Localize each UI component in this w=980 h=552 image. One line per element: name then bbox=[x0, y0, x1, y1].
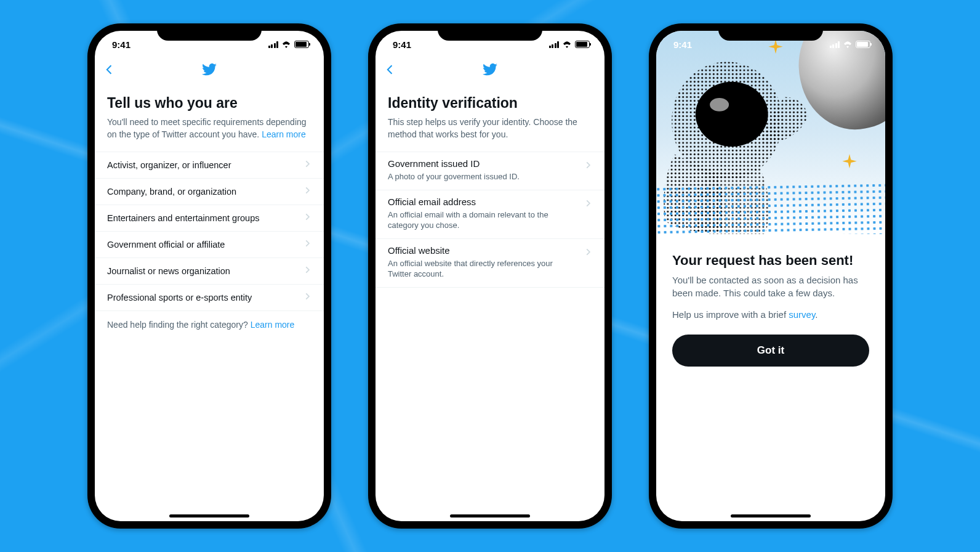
learn-more-link[interactable]: Learn more bbox=[262, 129, 306, 139]
category-item-sports[interactable]: Professional sports or e-sports entity bbox=[95, 285, 324, 311]
sparkle-icon bbox=[841, 154, 858, 174]
category-label: Journalist or news organization bbox=[107, 266, 230, 276]
notch bbox=[718, 23, 823, 41]
battery-icon bbox=[856, 41, 870, 48]
hero-illustration: 9:41 bbox=[656, 31, 885, 234]
method-desc: A photo of your goverment issued ID. bbox=[388, 171, 592, 182]
chevron-right-icon bbox=[303, 186, 311, 197]
help-row: Need help finding the right category? Le… bbox=[107, 311, 311, 338]
category-list: Activist, organizer, or influencer Compa… bbox=[95, 152, 324, 311]
method-desc: An official email with a domain relevant… bbox=[388, 209, 592, 231]
page-title: Tell us who you are bbox=[107, 95, 311, 112]
category-label: Government official or affiliate bbox=[107, 240, 225, 250]
home-indicator[interactable] bbox=[731, 514, 811, 518]
content-area: Tell us who you are You'll need to meet … bbox=[95, 84, 324, 521]
page-title: Your request has been sent! bbox=[672, 253, 869, 269]
page-title: Identity verification bbox=[388, 95, 592, 112]
phone-frame-3: 9:41 bbox=[649, 23, 893, 529]
category-item-government[interactable]: Government official or affiliate bbox=[95, 232, 324, 258]
battery-icon bbox=[294, 41, 309, 48]
page-subtitle: You'll need to meet specific requirement… bbox=[107, 116, 311, 140]
verification-method-list: Government issued ID A photo of your gov… bbox=[376, 152, 604, 288]
svg-point-2 bbox=[696, 82, 768, 147]
status-indicators bbox=[268, 39, 310, 50]
screen-1: 9:41 Tell us who you are You'll need to … bbox=[95, 31, 324, 521]
nav-header bbox=[95, 58, 324, 84]
battery-icon bbox=[575, 41, 590, 48]
method-government-id[interactable]: Government issued ID A photo of your gov… bbox=[376, 152, 604, 190]
back-button[interactable] bbox=[384, 63, 396, 78]
page-subtitle: This step helps us verify your identity.… bbox=[388, 116, 592, 140]
chevron-right-icon bbox=[584, 161, 592, 172]
category-label: Company, brand, or organization bbox=[107, 187, 236, 197]
svg-point-3 bbox=[710, 98, 729, 112]
chevron-right-icon bbox=[303, 160, 311, 171]
got-it-button[interactable]: Got it bbox=[672, 335, 869, 367]
back-button[interactable] bbox=[103, 63, 116, 78]
nav-header bbox=[376, 58, 604, 84]
status-time: 9:41 bbox=[112, 39, 131, 50]
cellular-signal-icon bbox=[549, 41, 560, 48]
cellular-signal-icon bbox=[830, 41, 840, 48]
cellular-signal-icon bbox=[268, 41, 279, 48]
halftone-border bbox=[656, 182, 885, 234]
status-indicators bbox=[830, 39, 871, 50]
survey-link[interactable]: survey bbox=[789, 309, 815, 320]
chevron-right-icon bbox=[303, 292, 311, 303]
status-time: 9:41 bbox=[673, 39, 692, 50]
home-indicator[interactable] bbox=[169, 514, 249, 518]
category-label: Entertainers and entertainment groups bbox=[107, 213, 259, 223]
category-item-activist[interactable]: Activist, organizer, or influencer bbox=[95, 152, 324, 179]
category-item-entertainers[interactable]: Entertainers and entertainment groups bbox=[95, 205, 324, 232]
page-subtitle: You'll be contacted as soon as a decisio… bbox=[672, 274, 869, 299]
phone-frame-2: 9:41 Identity verification This step hel… bbox=[368, 23, 612, 529]
chevron-right-icon bbox=[584, 199, 592, 210]
help-learn-more-link[interactable]: Learn more bbox=[251, 320, 295, 330]
content-area: Your request has been sent! You'll be co… bbox=[656, 234, 885, 367]
notch bbox=[438, 23, 542, 41]
phone-frame-1: 9:41 Tell us who you are You'll need to … bbox=[87, 23, 331, 529]
status-indicators bbox=[549, 39, 590, 50]
chevron-right-icon bbox=[303, 213, 311, 224]
method-desc: An official website that directly refere… bbox=[388, 258, 592, 280]
category-label: Professional sports or e-sports entity bbox=[107, 293, 252, 302]
twitter-logo-icon bbox=[482, 62, 498, 80]
chevron-right-icon bbox=[584, 248, 592, 259]
chevron-right-icon bbox=[303, 266, 311, 277]
category-item-company[interactable]: Company, brand, or organization bbox=[95, 179, 324, 205]
method-title: Official email address bbox=[388, 197, 592, 207]
home-indicator[interactable] bbox=[450, 514, 530, 518]
screen-2: 9:41 Identity verification This step hel… bbox=[376, 31, 604, 521]
wifi-icon bbox=[843, 39, 853, 50]
screen-3: 9:41 bbox=[656, 31, 885, 521]
method-title: Official website bbox=[388, 245, 592, 256]
category-label: Activist, organizer, or influencer bbox=[107, 160, 231, 170]
method-title: Government issued ID bbox=[388, 158, 592, 169]
wifi-icon bbox=[562, 39, 572, 50]
twitter-logo-icon bbox=[201, 62, 217, 80]
notch bbox=[157, 23, 262, 41]
chevron-right-icon bbox=[303, 239, 311, 250]
status-time: 9:41 bbox=[393, 39, 411, 50]
method-official-email[interactable]: Official email address An official email… bbox=[376, 190, 604, 239]
survey-prompt: Help us improve with a brief survey. bbox=[672, 309, 869, 320]
wifi-icon bbox=[281, 39, 291, 50]
content-area: Identity verification This step helps us… bbox=[376, 84, 604, 521]
category-item-journalist[interactable]: Journalist or news organization bbox=[95, 258, 324, 285]
method-official-website[interactable]: Official website An official website tha… bbox=[376, 239, 604, 288]
